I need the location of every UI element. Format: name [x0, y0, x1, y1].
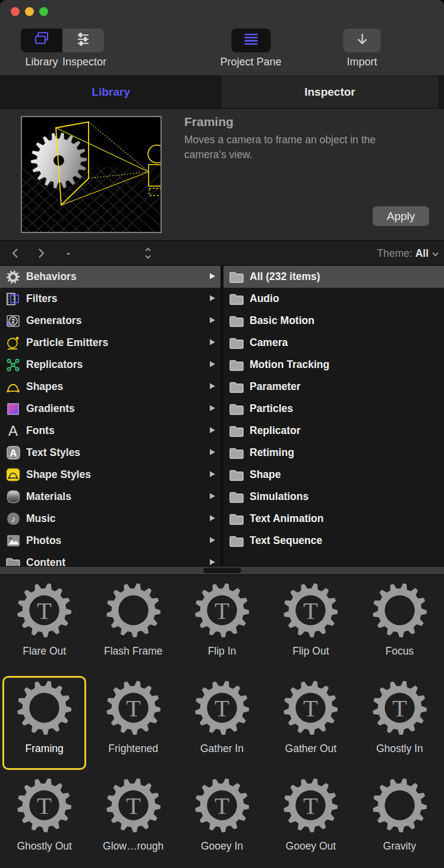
svg-text:T: T — [126, 792, 141, 819]
project-pane-button[interactable] — [231, 29, 270, 52]
folder-camera[interactable]: Camera — [223, 332, 444, 354]
behavior-label: Focus — [385, 645, 414, 658]
category-label: Shapes — [26, 380, 206, 393]
disclosure-triangle-icon — [209, 536, 216, 546]
tab-library[interactable]: Library — [0, 76, 222, 108]
minimize-button[interactable] — [25, 7, 34, 16]
svg-text:A: A — [8, 423, 18, 439]
behavior-label: Gooey In — [201, 840, 243, 853]
folder-simulations[interactable]: Simulations — [223, 486, 444, 508]
folder-icon — [228, 423, 245, 439]
category-fonts[interactable]: AFonts — [0, 420, 221, 442]
behavior-label: Gather Out — [285, 743, 337, 755]
folder-replicator[interactable]: Replicator — [223, 420, 444, 442]
folder-shape[interactable]: Shape — [223, 464, 444, 486]
folder-label: Replicator — [250, 424, 439, 437]
category-generators[interactable]: 2Generators — [0, 310, 221, 332]
category-replicators[interactable]: Replicators — [0, 354, 221, 376]
folder-particles[interactable]: Particles — [223, 398, 444, 420]
folder-list: All (232 items)AudioBasic MotionCameraMo… — [223, 266, 444, 566]
forward-button[interactable] — [37, 241, 46, 266]
folder-icon — [228, 489, 245, 505]
zoom-button[interactable] — [39, 7, 48, 16]
grid-item-flash-frame[interactable]: Flash Frame — [92, 578, 175, 672]
download-arrow-icon — [355, 32, 369, 49]
import-label: Import — [347, 56, 377, 68]
category-label: Particle Emitters — [26, 336, 206, 349]
category-behaviors[interactable]: Behaviors — [0, 266, 221, 288]
svg-text:T: T — [215, 695, 229, 722]
titlebar — [0, 0, 444, 24]
grid-item-gather-out[interactable]: TGather Out — [269, 676, 352, 770]
import-button[interactable] — [344, 29, 381, 52]
disclosure-triangle-icon — [209, 382, 216, 392]
path-placeholder: - — [67, 241, 70, 266]
behavior-label: Gather In — [200, 743, 244, 755]
grid-item-flip-out[interactable]: TFlip Out — [269, 578, 352, 672]
gear-behavior-icon: T — [105, 679, 162, 739]
gear-behavior-icon — [371, 581, 429, 641]
list-lines-icon — [242, 32, 260, 49]
folder-basic-motion[interactable]: Basic Motion — [223, 310, 444, 332]
behavior-label: Flip Out — [292, 645, 329, 658]
library-button-label: Library — [21, 56, 62, 68]
behavior-label: Flip In — [208, 645, 237, 658]
grid-item-gravity[interactable]: Gravity — [358, 773, 442, 867]
category-materials[interactable]: Materials — [0, 486, 221, 508]
category-label: Content — [26, 556, 206, 566]
grid-item-gooey-out[interactable]: TGooey Out — [269, 773, 352, 867]
fonts-icon: A — [5, 423, 21, 439]
category-content[interactable]: Content — [0, 552, 221, 566]
grid-item-flip-in[interactable]: TFlip In — [180, 578, 264, 672]
stacked-panels-icon — [33, 31, 51, 50]
folder-label: Particles — [250, 402, 439, 415]
behavior-label: Flare Out — [23, 645, 66, 658]
svg-text:T: T — [37, 597, 52, 624]
grid-item-focus[interactable]: Focus — [358, 578, 442, 672]
grid-item-frightened[interactable]: TFrightened — [92, 676, 175, 770]
category-particle-emitters[interactable]: Particle Emitters — [0, 332, 221, 354]
inspector-toggle-button[interactable] — [62, 29, 104, 52]
category-filters[interactable]: Filters — [0, 288, 221, 310]
back-button[interactable] — [11, 241, 19, 266]
grid-item-ghostly-in[interactable]: TGhostly In — [358, 676, 442, 770]
folder-text-animation[interactable]: Text Animation — [223, 508, 444, 530]
grid-item-gooey-in[interactable]: TGooey In — [180, 773, 264, 867]
svg-text:T: T — [37, 792, 52, 819]
category-music[interactable]: ♪Music — [0, 508, 221, 530]
splitter-drag-handle[interactable] — [203, 568, 241, 573]
category-label: Fonts — [26, 424, 206, 437]
svg-text:T: T — [303, 695, 318, 722]
folder-icon — [228, 533, 245, 549]
library-toggle-button[interactable] — [21, 29, 62, 52]
apply-button[interactable]: Apply — [373, 206, 429, 226]
stepper-control[interactable] — [144, 241, 152, 266]
shapes-icon — [5, 379, 21, 395]
disclosure-triangle-icon — [209, 272, 216, 282]
folder-all-232-items[interactable]: All (232 items) — [223, 266, 444, 288]
theme-dropdown[interactable]: Theme: All — [377, 241, 439, 266]
gear-behavior-icon: T — [282, 581, 339, 641]
folder-parameter[interactable]: Parameter — [223, 376, 444, 398]
grid-item-framing[interactable]: Framing — [2, 676, 86, 770]
folder-audio[interactable]: Audio — [223, 288, 444, 310]
category-shape-styles[interactable]: Shape Styles — [0, 464, 221, 486]
folder-text-sequence[interactable]: Text Sequence — [223, 530, 444, 552]
category-text-styles[interactable]: AText Styles — [0, 442, 221, 464]
category-shapes[interactable]: Shapes — [0, 376, 221, 398]
folder-retiming[interactable]: Retiming — [223, 442, 444, 464]
category-gradients[interactable]: Gradients — [0, 398, 221, 420]
grid-item-glow-rough[interactable]: TGlow…rough — [92, 773, 175, 867]
category-photos[interactable]: Photos — [0, 530, 221, 552]
close-button[interactable] — [11, 7, 20, 16]
folder-motion-tracking[interactable]: Motion Tracking — [223, 354, 444, 376]
tab-inspector[interactable]: Inspector — [222, 76, 438, 108]
grid-item-flare-out[interactable]: TFlare Out — [2, 578, 86, 672]
behavior-label: Gooey Out — [286, 840, 336, 853]
folder-icon — [228, 401, 245, 417]
import-group: Import — [344, 29, 381, 68]
grid-item-ghostly-out[interactable]: TGhostly Out — [2, 773, 86, 867]
disclosure-triangle-icon — [209, 338, 216, 348]
folder-icon — [228, 445, 245, 461]
grid-item-gather-in[interactable]: TGather In — [180, 676, 264, 770]
